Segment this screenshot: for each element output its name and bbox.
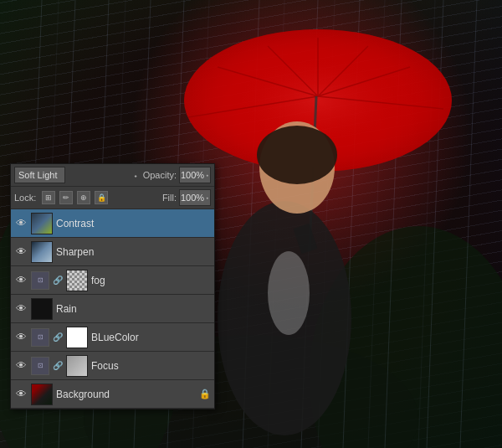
visibility-icon-contrast[interactable]: 👁: [14, 217, 28, 230]
svg-line-35: [301, 226, 310, 251]
svg-point-34: [268, 251, 310, 335]
mask-white-bluecolor: [67, 327, 87, 348]
blend-mode-wrapper[interactable]: NormalDissolveMultiplyScreenOverlaySoft …: [14, 167, 140, 183]
visibility-icon-bluecolor[interactable]: 👁: [14, 331, 28, 344]
layer-name-rain: Rain: [56, 303, 211, 315]
layer-fog[interactable]: 👁 ⊡ 🔗 fog: [11, 266, 214, 295]
chain-icon-focus[interactable]: 🔗: [53, 359, 63, 373]
layer-background[interactable]: 👁 Background 🔒: [11, 380, 214, 409]
mask-fog[interactable]: [66, 270, 88, 291]
fill-value[interactable]: 100%: [179, 189, 211, 206]
mask-checker-fog: [67, 270, 87, 291]
blend-opacity-row: NormalDissolveMultiplyScreenOverlaySoft …: [11, 164, 214, 187]
layer-name-focus: Focus: [91, 360, 211, 372]
fill-group: Fill: 100%: [162, 189, 211, 206]
blend-mode-select[interactable]: NormalDissolveMultiplyScreenOverlaySoft …: [14, 167, 65, 183]
layer-bluecolor[interactable]: 👁 ⊡ 🔗 BLueColor: [11, 323, 214, 352]
thumbnail-sharpen: [31, 241, 53, 263]
layer-name-contrast: Contrast: [56, 218, 211, 229]
lock-label: Lock:: [14, 193, 36, 203]
layer-sharpen[interactable]: 👁 Sharpen: [11, 238, 214, 266]
thumb-img-sharpen: [32, 242, 52, 262]
thumb-img-rain: [32, 299, 52, 319]
layer-name-background: Background: [56, 389, 196, 400]
lock-pixel-icon[interactable]: ⊞: [42, 191, 55, 204]
thumbnail-rain: [31, 298, 53, 320]
thumb-img-contrast: [32, 214, 52, 234]
opacity-label: Opacity:: [143, 170, 177, 180]
mask-gray-focus: [67, 356, 87, 376]
opacity-value[interactable]: 100%: [179, 167, 211, 183]
fill-label: Fill:: [162, 193, 177, 203]
thumbnail-background: [31, 384, 53, 405]
layer-focus[interactable]: 👁 ⊡ 🔗 Focus: [11, 352, 214, 380]
layer-name-bluecolor: BLueColor: [91, 332, 211, 343]
visibility-icon-fog[interactable]: 👁: [14, 274, 28, 287]
visibility-icon-focus[interactable]: 👁: [14, 359, 28, 373]
layer-name-sharpen: Sharpen: [56, 246, 211, 258]
mask-bluecolor[interactable]: [66, 327, 88, 348]
mask-focus[interactable]: [66, 355, 88, 377]
chain-icon-fog[interactable]: 🔗: [53, 274, 63, 287]
visibility-icon-rain[interactable]: 👁: [14, 302, 28, 316]
visibility-icon-sharpen[interactable]: 👁: [14, 245, 28, 259]
thumbnail-contrast: [31, 213, 53, 234]
background-lock-icon: 🔒: [199, 389, 211, 399]
layer-name-fog: fog: [91, 275, 211, 286]
lock-all-icon[interactable]: 🔒: [95, 191, 108, 204]
opacity-group: Opacity: 100%: [143, 167, 211, 183]
layer-contrast[interactable]: 👁 Contrast: [11, 209, 214, 238]
visibility-icon-background[interactable]: 👁: [14, 388, 28, 401]
chain-icon-bluecolor[interactable]: 🔗: [53, 331, 63, 344]
lock-paint-icon[interactable]: ✏: [59, 191, 73, 204]
layer-rain[interactable]: 👁 Rain: [11, 295, 214, 323]
smart-object-icon-bluecolor: ⊡: [31, 328, 49, 347]
lock-move-icon[interactable]: ⊕: [77, 191, 90, 204]
smart-object-icon-focus: ⊡: [31, 357, 49, 375]
svg-point-33: [257, 126, 337, 184]
smart-object-icon-fog: ⊡: [31, 271, 49, 290]
lock-fill-row: Lock: ⊞ ✏ ⊕ 🔒 Fill: 100%: [11, 187, 214, 209]
thumb-img-background: [32, 384, 52, 404]
layers-panel: NormalDissolveMultiplyScreenOverlaySoft …: [10, 163, 215, 409]
